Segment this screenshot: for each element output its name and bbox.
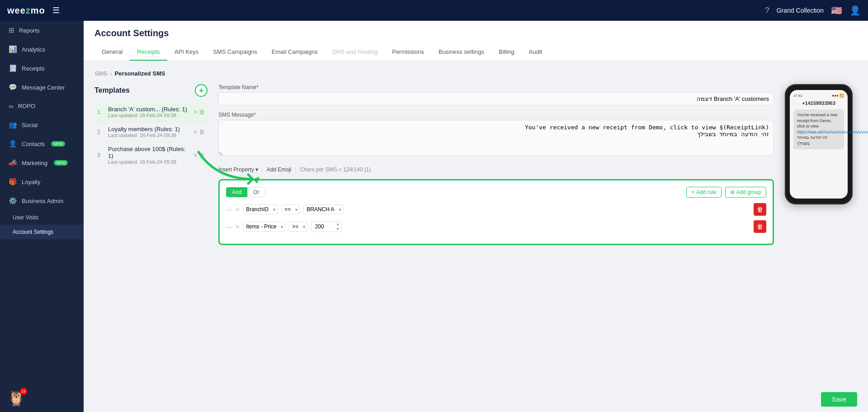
hamburger-icon[interactable]: ☰ (52, 5, 60, 15)
sidebar-item-receipts[interactable]: 🧾 Receipts (0, 59, 84, 78)
tabs-bar: General Receipts API Keys SMS Campaigns … (94, 44, 857, 61)
loyalty-icon: 🎁 (9, 178, 17, 186)
templates-header: Templates + (94, 84, 208, 97)
template-item-2[interactable]: 2 Loyalty members (Rules: 1) Last update… (94, 122, 208, 142)
add-group-icon: ⊕ (730, 189, 735, 195)
breadcrumb-parent[interactable]: SMS (94, 70, 107, 77)
rule-value-number-2[interactable] (311, 222, 334, 232)
toolbar-sep-1: | (262, 166, 263, 173)
template-num-3: 3 (97, 152, 104, 158)
rule-operator-select-1[interactable]: == != >= <= (281, 204, 300, 214)
template-num-2: 2 (97, 129, 104, 135)
or-button[interactable]: Or (247, 187, 265, 197)
template-delete-3[interactable]: 🗑 (199, 152, 205, 159)
sidebar-item-user-visits[interactable]: User Visits (0, 210, 84, 225)
template-info-1: Branch 'A' custom... (Rules: 1) Last upd… (108, 106, 190, 118)
page-header: Account Settings General Receipts API Ke… (84, 21, 868, 61)
sidebar-item-account-settings[interactable]: Account Settings (0, 225, 84, 239)
tab-email-campaigns[interactable]: Email Campaigns (264, 44, 325, 61)
sms-message-input[interactable]: You've received a new receipt from Demo,… (218, 120, 774, 156)
templates-panel: Templates + 1 Branch 'A' custom... (Rule… (94, 84, 208, 245)
phone-status: 17:41 ●●● 📶 (793, 94, 844, 98)
rule-field-2[interactable]: Items - Price (246, 223, 282, 230)
template-name-input[interactable] (218, 92, 774, 105)
inner-content: SMS › Personalized SMS Templates + 1 (84, 61, 868, 387)
rule-field-select-2[interactable]: Items - Price (243, 222, 285, 232)
add-group-button[interactable]: ⊕ Add group (725, 187, 766, 198)
sidebar-item-message-center[interactable]: 💬 Message Center (0, 78, 84, 97)
template-info-2: Loyalty members (Rules: 1) Last updated:… (108, 126, 190, 138)
add-emoji-button[interactable]: Add Emoji (267, 166, 292, 173)
sms-main: Template Name* SMS Message* You've recei… (218, 84, 774, 245)
sidebar-item-social[interactable]: 👥 Social (0, 115, 84, 134)
rule-drag-1[interactable]: ≡ (236, 206, 239, 213)
template-menu-1[interactable]: ≡ (193, 109, 197, 115)
save-button[interactable]: Save (821, 392, 857, 407)
tab-api-keys[interactable]: API Keys (167, 44, 206, 61)
template-delete-2[interactable]: 🗑 (199, 128, 205, 135)
rule-operator-1[interactable]: == != >= <= (284, 206, 297, 213)
tab-permissions[interactable]: Permissions (385, 44, 431, 61)
flag-icon[interactable]: 🇺🇸 (831, 5, 842, 16)
social-icon: 👥 (9, 121, 17, 129)
sidebar-item-ropo[interactable]: ∞ ROPO (0, 97, 84, 115)
template-menu-2[interactable]: ≡ (193, 128, 197, 135)
content-area: Account Settings General Receipts API Ke… (84, 21, 868, 412)
rule-field-1[interactable]: BranchID (246, 206, 274, 213)
receipts-icon: 🧾 (9, 64, 17, 72)
phone-time: 17:41 (793, 94, 802, 98)
toolbar-sep-2: | (295, 166, 297, 173)
add-template-button[interactable]: + (195, 84, 208, 97)
page-title: Account Settings (94, 28, 857, 38)
sidebar-item-contacts[interactable]: 👤 Contacts NEW (0, 134, 84, 153)
sidebar-item-reports[interactable]: ⊞ Reports (0, 21, 84, 40)
template-actions-2: ≡ 🗑 (193, 128, 205, 135)
rule-field-select-1[interactable]: BranchID (243, 204, 278, 214)
template-item-3[interactable]: 3 Purchase above 100$ (Rules: 1) Last up… (94, 142, 208, 169)
marketing-badge: NEW (54, 160, 68, 166)
user-icon[interactable]: 👤 (849, 5, 861, 16)
tab-audit[interactable]: Audit (522, 44, 550, 61)
breadcrumb-separator: › (110, 70, 112, 77)
tab-receipts[interactable]: Receipts (130, 44, 167, 61)
sidebar-item-business-admin[interactable]: ⚙️ Business Admin (0, 191, 84, 210)
and-button[interactable]: And (226, 187, 247, 197)
rule-value-1[interactable]: BRANCH A (307, 206, 340, 213)
topnav-left: weezmo ☰ (7, 5, 60, 16)
sms-layout: Templates + 1 Branch 'A' custom... (Rule… (94, 84, 857, 245)
sidebar-label-message-center: Message Center (22, 84, 65, 91)
rule-value-select-1[interactable]: BRANCH A (303, 204, 344, 214)
help-icon[interactable]: ? (765, 6, 769, 15)
sidebar: ⊞ Reports 📊 Analytics 🧾 Receipts 💬 Messa… (0, 21, 84, 412)
notification-avatar: 🦉 15 (7, 389, 25, 407)
sidebar-bottom: 🦉 15 (0, 384, 84, 412)
message-center-icon: 💬 (9, 83, 17, 91)
rule-delete-button-2[interactable]: 🗑 (754, 220, 766, 233)
sidebar-item-loyalty[interactable]: 🎁 Loyalty (0, 172, 84, 191)
sidebar-label-business-admin: Business Admin (22, 198, 64, 204)
rules-header: And Or + Add rule ⊕ Add group (226, 187, 766, 198)
sidebar-item-marketing[interactable]: 📣 Marketing NEW (0, 153, 84, 172)
sms-toolbar: Insert Property ▾ | Add Emoji | Chars pe… (218, 164, 774, 175)
spin-up-2[interactable]: ▲ (334, 222, 341, 227)
tab-general[interactable]: General (94, 44, 130, 61)
template-actions-1: ≡ 🗑 (193, 109, 205, 115)
rule-delete-button-1[interactable]: 🗑 (754, 203, 766, 216)
template-actions-3: ≡ 🗑 (193, 152, 205, 159)
spin-down-2[interactable]: ▼ (334, 227, 341, 232)
sidebar-label-social: Social (22, 122, 38, 128)
breadcrumb-current: Personalized SMS (115, 70, 165, 77)
rule-operator-2[interactable]: == != >= <= (292, 223, 304, 230)
sidebar-item-analytics[interactable]: 📊 Analytics (0, 40, 84, 59)
tab-sms-campaigns[interactable]: SMS Campaigns (206, 44, 264, 61)
template-menu-3[interactable]: ≡ (193, 152, 197, 159)
rule-operator-select-2[interactable]: == != >= <= (289, 222, 307, 232)
tab-business-settings[interactable]: Business settings (431, 44, 491, 61)
tab-billing[interactable]: Billing (491, 44, 522, 61)
template-delete-1[interactable]: 🗑 (199, 109, 205, 115)
template-item-1[interactable]: 1 Branch 'A' custom... (Rules: 1) Last u… (94, 102, 208, 122)
rule-drag-2[interactable]: ≡ (236, 223, 239, 230)
add-rule-button[interactable]: + Add rule (686, 187, 722, 198)
sidebar-label-reports: Reports (19, 27, 40, 34)
insert-property-button[interactable]: Insert Property ▾ (218, 166, 258, 173)
